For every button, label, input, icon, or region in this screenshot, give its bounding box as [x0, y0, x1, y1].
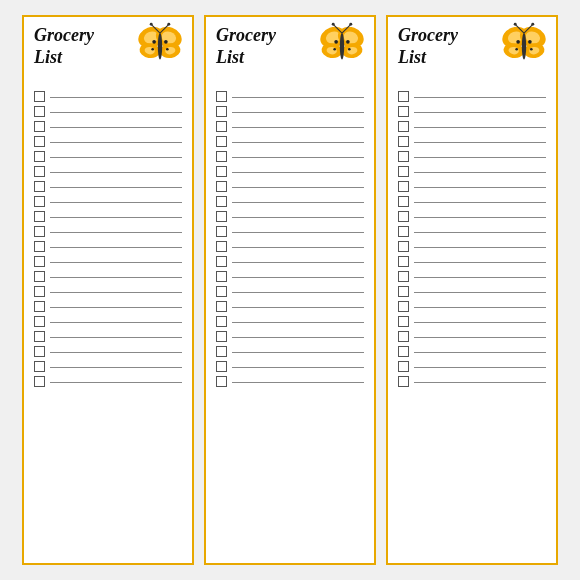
list-row[interactable]	[398, 224, 546, 239]
list-row[interactable]	[398, 254, 546, 269]
checkbox[interactable]	[398, 316, 409, 327]
list-row[interactable]	[398, 119, 546, 134]
checkbox[interactable]	[216, 196, 227, 207]
checkbox[interactable]	[34, 181, 45, 192]
checkbox[interactable]	[34, 256, 45, 267]
list-row[interactable]	[398, 314, 546, 329]
list-row[interactable]	[216, 374, 364, 389]
list-row[interactable]	[34, 209, 182, 224]
checkbox[interactable]	[216, 271, 227, 282]
list-row[interactable]	[34, 149, 182, 164]
checkbox[interactable]	[398, 331, 409, 342]
list-row[interactable]	[398, 149, 546, 164]
list-row[interactable]	[398, 209, 546, 224]
checkbox[interactable]	[216, 211, 227, 222]
list-row[interactable]	[34, 359, 182, 374]
checkbox[interactable]	[34, 196, 45, 207]
list-row[interactable]	[398, 89, 546, 104]
list-row[interactable]	[216, 314, 364, 329]
list-row[interactable]	[34, 344, 182, 359]
checkbox[interactable]	[34, 106, 45, 117]
list-row[interactable]	[216, 179, 364, 194]
list-row[interactable]	[398, 269, 546, 284]
checkbox[interactable]	[216, 181, 227, 192]
checkbox[interactable]	[398, 136, 409, 147]
checkbox[interactable]	[398, 106, 409, 117]
checkbox[interactable]	[398, 211, 409, 222]
list-row[interactable]	[34, 119, 182, 134]
checkbox[interactable]	[216, 316, 227, 327]
checkbox[interactable]	[216, 121, 227, 132]
checkbox[interactable]	[398, 121, 409, 132]
list-row[interactable]	[216, 224, 364, 239]
list-row[interactable]	[216, 254, 364, 269]
checkbox[interactable]	[398, 376, 409, 387]
checkbox[interactable]	[216, 136, 227, 147]
checkbox[interactable]	[398, 166, 409, 177]
checkbox[interactable]	[398, 361, 409, 372]
list-row[interactable]	[34, 164, 182, 179]
checkbox[interactable]	[398, 286, 409, 297]
checkbox[interactable]	[216, 346, 227, 357]
list-row[interactable]	[216, 344, 364, 359]
checkbox[interactable]	[216, 166, 227, 177]
checkbox[interactable]	[34, 226, 45, 237]
list-row[interactable]	[216, 299, 364, 314]
checkbox[interactable]	[398, 151, 409, 162]
list-row[interactable]	[34, 329, 182, 344]
checkbox[interactable]	[34, 121, 45, 132]
checkbox[interactable]	[398, 196, 409, 207]
list-row[interactable]	[216, 269, 364, 284]
checkbox[interactable]	[34, 301, 45, 312]
list-row[interactable]	[216, 239, 364, 254]
checkbox[interactable]	[34, 151, 45, 162]
list-row[interactable]	[216, 329, 364, 344]
list-row[interactable]	[34, 254, 182, 269]
checkbox[interactable]	[34, 376, 45, 387]
list-row[interactable]	[34, 194, 182, 209]
checkbox[interactable]	[398, 91, 409, 102]
list-row[interactable]	[216, 134, 364, 149]
checkbox[interactable]	[398, 256, 409, 267]
checkbox[interactable]	[216, 256, 227, 267]
list-row[interactable]	[398, 239, 546, 254]
list-row[interactable]	[398, 359, 546, 374]
list-row[interactable]	[216, 104, 364, 119]
list-row[interactable]	[34, 224, 182, 239]
checkbox[interactable]	[34, 136, 45, 147]
list-row[interactable]	[398, 104, 546, 119]
checkbox[interactable]	[216, 151, 227, 162]
checkbox[interactable]	[216, 331, 227, 342]
list-row[interactable]	[34, 284, 182, 299]
checkbox[interactable]	[216, 106, 227, 117]
list-row[interactable]	[34, 314, 182, 329]
list-row[interactable]	[34, 299, 182, 314]
list-row[interactable]	[216, 89, 364, 104]
list-row[interactable]	[398, 164, 546, 179]
list-row[interactable]	[216, 359, 364, 374]
list-row[interactable]	[398, 374, 546, 389]
checkbox[interactable]	[216, 91, 227, 102]
checkbox[interactable]	[398, 346, 409, 357]
list-row[interactable]	[398, 329, 546, 344]
list-row[interactable]	[216, 284, 364, 299]
checkbox[interactable]	[216, 286, 227, 297]
checkbox[interactable]	[34, 331, 45, 342]
checkbox[interactable]	[34, 166, 45, 177]
checkbox[interactable]	[398, 241, 409, 252]
list-row[interactable]	[216, 149, 364, 164]
checkbox[interactable]	[216, 361, 227, 372]
list-row[interactable]	[216, 119, 364, 134]
list-row[interactable]	[398, 134, 546, 149]
list-row[interactable]	[216, 164, 364, 179]
list-row[interactable]	[34, 374, 182, 389]
checkbox[interactable]	[34, 241, 45, 252]
checkbox[interactable]	[216, 226, 227, 237]
list-row[interactable]	[398, 194, 546, 209]
checkbox[interactable]	[398, 181, 409, 192]
list-row[interactable]	[398, 284, 546, 299]
checkbox[interactable]	[34, 211, 45, 222]
list-row[interactable]	[216, 194, 364, 209]
list-row[interactable]	[34, 179, 182, 194]
checkbox[interactable]	[34, 91, 45, 102]
